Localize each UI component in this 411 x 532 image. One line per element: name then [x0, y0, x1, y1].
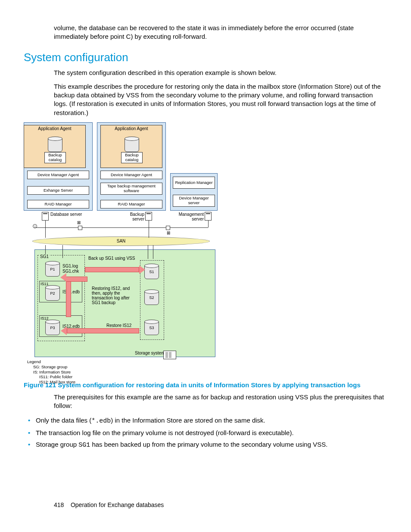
intro-paragraph: volume, the database can be recovered to… — [54, 24, 385, 41]
backup-catalog-label-2: Backup catalog — [121, 152, 143, 163]
section-title: Operation for Exchange databases — [71, 501, 164, 508]
db-server-label: Database server — [50, 212, 82, 217]
dev-mgr-agent-2: Device Manager Agent — [100, 171, 162, 179]
backup-sg1-label: Back up SG1 using VSS — [88, 256, 135, 261]
san-label: SAN — [32, 236, 210, 246]
restore-is12-label: Restore IS12 — [106, 323, 131, 328]
legend-is12: IS12: Mail box store — [27, 380, 75, 385]
p3-cyl: P3 — [45, 320, 60, 335]
legend-is11: IS11: Public folder — [27, 374, 75, 380]
app-agent-label-2: Application Agent — [101, 126, 162, 131]
p1-cyl: P1 — [45, 261, 60, 277]
person-icon: ☺ — [31, 222, 38, 230]
s3-cyl: S3 — [144, 320, 159, 335]
storage-icon — [163, 351, 176, 359]
exchange-server-box: Exhange Server — [27, 186, 89, 195]
legend-sg: SG: Storage group — [27, 364, 75, 370]
backup-server-label: Backup server — [124, 212, 144, 221]
network-line — [36, 227, 208, 228]
s1-cyl: S1 — [144, 264, 159, 279]
is11-edb-label: IS11.edb — [62, 289, 80, 294]
mgmt-server-label: Management server — [174, 212, 204, 221]
lan-box-1 — [78, 226, 82, 230]
raid-mgr-2: RAID Manager — [100, 200, 162, 208]
arrow-backup — [85, 267, 139, 272]
mgmt-server-icon — [205, 212, 212, 221]
paragraph-3: The prerequisites for this example are t… — [54, 393, 385, 411]
arrow-backup-head — [139, 265, 145, 274]
section-heading: System configuration — [24, 51, 385, 64]
sg1-label: SG1 — [39, 254, 50, 259]
arrow-restore-head-up — [60, 273, 66, 282]
bullet-3: Storage group SG1 has been backed up fro… — [24, 440, 385, 450]
arrow-restore-vert — [66, 278, 71, 317]
page-number: 418 — [54, 501, 64, 508]
tape-backup-box: Tape backup management software — [100, 183, 162, 195]
paragraph-2: This example describes the procedure for… — [54, 82, 385, 117]
lan-box-2 — [166, 226, 170, 230]
app-agent-2: Application Agent Backup catalog — [100, 125, 162, 168]
db-server-icon — [42, 212, 49, 221]
dev-mgr-server-box: Device Manager server — [173, 195, 215, 207]
backup-catalog-cyl-1 — [48, 137, 62, 152]
dev-mgr-agent-1: Device Manager Agent — [27, 171, 89, 179]
repl-mgr-box: Replication Manager — [173, 177, 215, 189]
arrow-restore-is12-head — [61, 327, 67, 335]
system-config-diagram: Application Agent Backup catalog Device … — [24, 122, 222, 376]
legend-title: Legend — [27, 359, 75, 364]
legend-is: IS: Information Store — [27, 370, 75, 375]
app-agent-1: Application Agent Backup catalog — [24, 125, 86, 168]
bullet-1: Only the data files (*.edb) in the Infor… — [24, 416, 385, 426]
restore-text-label: Restoring IS12, and then, apply the tran… — [92, 286, 137, 305]
arrow-restore-is12 — [67, 328, 139, 333]
page-footer: 418 Operation for Exchange databases — [54, 501, 164, 508]
backup-server-icon — [145, 212, 152, 221]
figure-caption: Figure 121 System configuration for rest… — [24, 381, 385, 389]
s2-cyl: S2 — [144, 289, 159, 305]
paragraph-1: The system configuration described in th… — [54, 68, 385, 77]
p2-cyl: P2 — [45, 285, 60, 301]
bullet-2: The transaction log file on the primary … — [24, 428, 385, 437]
backup-catalog-cyl-2 — [125, 137, 139, 152]
storage-system-label: Storage system — [135, 351, 165, 355]
app-agent-label-1: Application Agent — [24, 126, 85, 131]
backup-catalog-label-1: Backup catalog — [44, 152, 66, 163]
lan-x-1: ⊠ — [77, 221, 81, 225]
arrow-restore-horiz — [66, 277, 87, 282]
raid-mgr-1: RAID Manager — [27, 200, 89, 208]
sg1-log-label: SG1.log — [62, 264, 78, 268]
lan-x-2: ⊠ — [167, 231, 171, 235]
diagram-legend: Legend SG: Storage group IS: Information… — [27, 359, 75, 385]
prereq-list: Only the data files (*.edb) in the Infor… — [24, 416, 385, 450]
